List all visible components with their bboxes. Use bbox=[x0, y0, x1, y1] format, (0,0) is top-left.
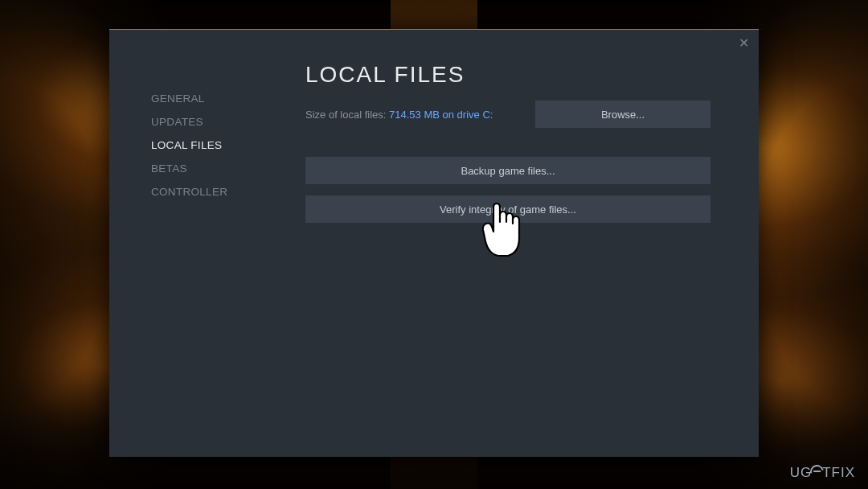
sidebar: GENERAL UPDATES LOCAL FILES BETAS CONTRO… bbox=[109, 30, 285, 457]
close-icon[interactable]: ✕ bbox=[736, 36, 751, 51]
sidebar-item-controller[interactable]: CONTROLLER bbox=[151, 186, 285, 198]
watermark-prefix: UG bbox=[790, 465, 813, 480]
size-info-row: Size of local files: 714.53 MB on drive … bbox=[305, 101, 710, 128]
size-label: Size of local files: bbox=[305, 109, 389, 121]
verify-integrity-button[interactable]: Verify integrity of game files... bbox=[305, 195, 710, 223]
page-title: LOCAL FILES bbox=[305, 62, 710, 88]
size-info-text: Size of local files: 714.53 MB on drive … bbox=[305, 109, 493, 121]
size-value-link[interactable]: 714.53 MB on drive C: bbox=[389, 109, 493, 121]
sidebar-item-betas[interactable]: BETAS bbox=[151, 162, 285, 175]
properties-dialog: ✕ GENERAL UPDATES LOCAL FILES BETAS CONT… bbox=[109, 29, 759, 457]
content-panel: LOCAL FILES Size of local files: 714.53 … bbox=[285, 30, 759, 457]
watermark-suffix: TFIX bbox=[822, 465, 855, 480]
watermark: UGTFIX bbox=[790, 463, 855, 481]
sidebar-item-general[interactable]: GENERAL bbox=[151, 92, 285, 105]
backup-game-files-button[interactable]: Backup game files... bbox=[305, 157, 710, 184]
sidebar-item-updates[interactable]: UPDATES bbox=[151, 116, 285, 128]
browse-button[interactable]: Browse... bbox=[535, 101, 710, 128]
sidebar-item-local-files[interactable]: LOCAL FILES bbox=[151, 139, 285, 151]
